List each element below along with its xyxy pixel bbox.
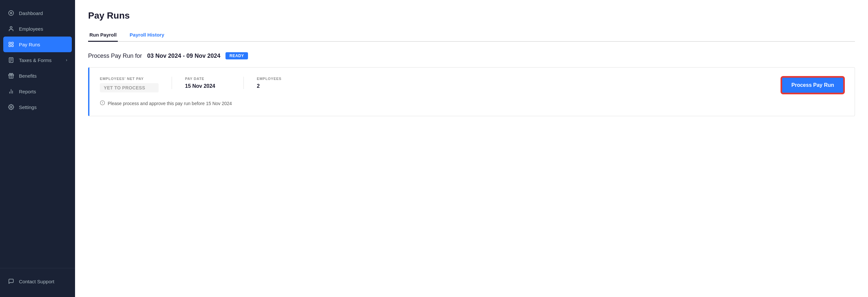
sidebar-item-settings[interactable]: Settings	[0, 99, 75, 115]
sidebar-bottom: Contact Support	[0, 268, 75, 297]
pay-date-value: 15 Nov 2024	[185, 83, 230, 89]
sidebar-item-label: Dashboard	[19, 10, 43, 16]
sidebar-nav: Dashboard Employees Pay Runs Taxes & For…	[0, 0, 75, 268]
sidebar: Dashboard Employees Pay Runs Taxes & For…	[0, 0, 75, 297]
tab-run-payroll[interactable]: Run Payroll	[88, 29, 118, 42]
info-icon	[100, 100, 105, 107]
pay-date-label: PAY DATE	[185, 77, 230, 81]
sidebar-item-label: Pay Runs	[19, 42, 40, 47]
main-content: Pay Runs Run Payroll Payroll History Pro…	[75, 0, 868, 297]
person-icon	[8, 26, 14, 32]
gear-icon	[8, 104, 14, 110]
svg-point-15	[10, 107, 12, 108]
sidebar-item-dashboard[interactable]: Dashboard	[0, 5, 75, 21]
dashboard-icon	[8, 10, 14, 16]
receipt-icon	[8, 57, 14, 63]
pay-run-date-range: 03 Nov 2024 - 09 Nov 2024	[147, 53, 220, 59]
svg-point-0	[9, 11, 14, 16]
pay-run-info-row: EMPLOYEES' NET PAY YET TO PROCESS PAY DA…	[100, 77, 844, 94]
sidebar-item-label: Contact Support	[19, 279, 54, 284]
page-header: Pay Runs Run Payroll Payroll History	[75, 0, 868, 42]
net-pay-value: YET TO PROCESS	[100, 83, 159, 92]
info-block-employees: EMPLOYEES 2	[243, 77, 302, 89]
sidebar-item-benefits[interactable]: Benefits	[0, 68, 75, 84]
tab-payroll-history[interactable]: Payroll History	[128, 29, 165, 42]
gift-icon	[8, 72, 14, 79]
net-pay-label: EMPLOYEES' NET PAY	[100, 77, 159, 81]
info-note: Please process and approve this pay run …	[100, 100, 844, 107]
sidebar-item-employees[interactable]: Employees	[0, 21, 75, 36]
page-title: Pay Runs	[88, 10, 855, 21]
chat-icon	[8, 278, 14, 285]
pay-run-header: Process Pay Run for 03 Nov 2024 - 09 Nov…	[88, 52, 855, 59]
sidebar-item-label: Settings	[19, 105, 36, 110]
svg-rect-6	[12, 45, 13, 47]
info-note-text: Please process and approve this pay run …	[108, 101, 232, 106]
sidebar-item-reports[interactable]: Reports	[0, 84, 75, 99]
process-btn-wrapper: Process Pay Run	[781, 77, 844, 94]
svg-rect-3	[9, 42, 10, 44]
process-pay-run-button[interactable]: Process Pay Run	[781, 77, 844, 94]
sidebar-item-label: Taxes & Forms	[19, 57, 52, 63]
tabs: Run Payroll Payroll History	[88, 29, 855, 42]
status-badge: READY	[225, 52, 248, 59]
sidebar-item-pay-runs[interactable]: Pay Runs	[3, 36, 72, 52]
svg-point-2	[10, 26, 12, 28]
bar-chart-icon	[8, 88, 14, 95]
chevron-right-icon: ›	[66, 58, 67, 62]
sidebar-item-taxes-forms[interactable]: Taxes & Forms ›	[0, 52, 75, 68]
employees-value: 2	[257, 83, 302, 89]
sidebar-item-label: Employees	[19, 26, 43, 32]
pay-run-card: EMPLOYEES' NET PAY YET TO PROCESS PAY DA…	[88, 67, 855, 116]
employees-label: EMPLOYEES	[257, 77, 302, 81]
pay-run-header-prefix: Process Pay Run for	[88, 53, 142, 59]
info-block-pay-date: PAY DATE 15 Nov 2024	[172, 77, 230, 89]
sidebar-item-label: Benefits	[19, 73, 36, 79]
page-content: Process Pay Run for 03 Nov 2024 - 09 Nov…	[75, 42, 868, 127]
svg-point-1	[10, 12, 12, 14]
sidebar-item-label: Reports	[19, 89, 36, 94]
svg-rect-4	[12, 42, 13, 44]
svg-rect-5	[9, 45, 10, 47]
grid-icon	[8, 41, 14, 48]
info-block-net-pay: EMPLOYEES' NET PAY YET TO PROCESS	[100, 77, 159, 92]
sidebar-item-contact-support[interactable]: Contact Support	[0, 273, 75, 289]
